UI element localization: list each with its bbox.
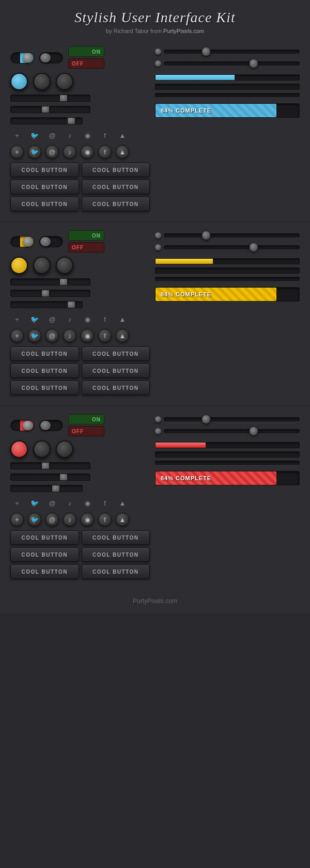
h-slider-3[interactable] xyxy=(10,117,83,124)
cool-button-r3[interactable]: COOL BUTTON xyxy=(10,547,79,562)
social-rss-filled[interactable]: ◉ xyxy=(81,145,94,159)
social-twitter-outline[interactable]: 🐦 xyxy=(28,129,41,142)
social-fb-outline[interactable]: f xyxy=(98,129,112,142)
social-arrow-outline[interactable]: ▲ xyxy=(116,129,129,142)
toggle-switch-red-on[interactable] xyxy=(10,420,34,431)
social-fb-filled[interactable]: f xyxy=(98,145,112,159)
toggle-switch-blue-on[interactable] xyxy=(10,52,34,64)
on-button-yellow[interactable]: ON xyxy=(68,230,104,241)
round-toggle-yellow-active[interactable] xyxy=(10,257,28,274)
r-slider-track-r2[interactable] xyxy=(164,429,300,433)
h-slider-r3[interactable] xyxy=(10,485,83,492)
h-slider-y2[interactable] xyxy=(10,290,90,297)
cool-button-r5[interactable]: COOL BUTTON xyxy=(10,564,79,579)
round-toggle-off-r2[interactable] xyxy=(56,440,73,458)
r-slider-track-y2[interactable] xyxy=(164,245,300,249)
round-toggle-off-2[interactable] xyxy=(56,73,73,90)
cool-button-r6[interactable]: COOL BUTTON xyxy=(82,564,150,579)
social-plus-outline-y[interactable]: + xyxy=(10,312,24,326)
round-toggle-off-r1[interactable] xyxy=(33,440,51,458)
h-slider-r1[interactable] xyxy=(10,462,90,469)
social-rss-filled-r[interactable]: ◉ xyxy=(81,513,94,526)
social-at-outline[interactable]: @ xyxy=(45,129,59,142)
social-plus-filled[interactable]: + xyxy=(10,145,24,159)
social-arrow-filled[interactable]: ▲ xyxy=(116,145,129,159)
r-slider-track-2[interactable] xyxy=(164,61,300,66)
social-music-outline[interactable]: ♪ xyxy=(63,129,76,142)
social-twitter-filled-y[interactable]: 🐦 xyxy=(28,329,41,342)
h-slider-1[interactable] xyxy=(10,94,90,102)
round-toggle-red-active[interactable] xyxy=(10,440,28,458)
off-button-red[interactable]: OFF xyxy=(68,426,104,436)
social-rss-outline-r[interactable]: ◉ xyxy=(81,496,94,510)
social-music-filled-y[interactable]: ♪ xyxy=(63,329,76,342)
cool-button-y6[interactable]: COOL BUTTON xyxy=(82,381,150,395)
h-slider-r2[interactable] xyxy=(10,474,90,481)
slim-bar-2-yellow xyxy=(155,267,300,274)
social-arrow-outline-y[interactable]: ▲ xyxy=(116,312,129,326)
cool-button-y5[interactable]: COOL BUTTON xyxy=(10,381,79,395)
on-button-red[interactable]: ON xyxy=(68,414,104,424)
social-rss-outline[interactable]: ◉ xyxy=(81,129,94,142)
social-twitter-filled-r[interactable]: 🐦 xyxy=(28,513,41,526)
social-fb-outline-y[interactable]: f xyxy=(98,312,112,326)
round-toggle-blue-active[interactable] xyxy=(10,73,28,90)
cool-button-1[interactable]: COOL BUTTON xyxy=(10,163,79,177)
off-button[interactable]: OFF xyxy=(68,58,104,69)
social-arrow-filled-r[interactable]: ▲ xyxy=(116,513,129,526)
on-button[interactable]: ON xyxy=(68,46,104,57)
social-music-outline-r[interactable]: ♪ xyxy=(63,496,76,510)
toggle-switch-yellow-on[interactable] xyxy=(10,236,34,247)
off-button-yellow[interactable]: OFF xyxy=(68,242,104,252)
round-toggle-off-y2[interactable] xyxy=(56,257,73,274)
social-arrow-outline-r[interactable]: ▲ xyxy=(116,496,129,510)
h-slider-knob-1 xyxy=(60,94,67,102)
social-fb-outline-r[interactable]: f xyxy=(98,496,112,510)
social-at-filled-r[interactable]: @ xyxy=(45,513,59,526)
toggle-switch-off-yellow[interactable] xyxy=(39,236,63,247)
r-slider-track-y1[interactable] xyxy=(164,233,300,238)
social-rss-outline-y[interactable]: ◉ xyxy=(81,312,94,326)
cool-button-r1[interactable]: COOL BUTTON xyxy=(10,530,79,545)
cool-button-y2[interactable]: COOL BUTTON xyxy=(82,346,150,361)
social-at-filled[interactable]: @ xyxy=(45,145,59,159)
cool-button-2[interactable]: COOL BUTTON xyxy=(82,163,150,177)
social-plus-filled-r[interactable]: + xyxy=(10,513,24,526)
social-twitter-outline-r[interactable]: 🐦 xyxy=(28,496,41,510)
social-plus-filled-y[interactable]: + xyxy=(10,329,24,342)
social-twitter-filled[interactable]: 🐦 xyxy=(28,145,41,159)
cool-button-y1[interactable]: COOL BUTTON xyxy=(10,346,79,361)
toggle-switch-off-1[interactable] xyxy=(39,52,63,64)
round-toggle-off-1[interactable] xyxy=(33,73,51,90)
r-dot-y2 xyxy=(155,244,161,250)
h-slider-y1[interactable] xyxy=(10,278,90,286)
social-plus-outline-r[interactable]: + xyxy=(10,496,24,510)
social-twitter-outline-y[interactable]: 🐦 xyxy=(28,312,41,326)
cool-button-r4[interactable]: COOL BUTTON xyxy=(82,547,150,562)
cool-button-5[interactable]: COOL BUTTON xyxy=(10,197,79,211)
cool-button-4[interactable]: COOL BUTTON xyxy=(82,180,150,194)
social-rss-filled-y[interactable]: ◉ xyxy=(81,329,94,342)
cool-button-3[interactable]: COOL BUTTON xyxy=(10,180,79,194)
social-fb-filled-y[interactable]: f xyxy=(98,329,112,342)
social-fb-filled-r[interactable]: f xyxy=(98,513,112,526)
r-slider-track-1[interactable] xyxy=(164,50,300,54)
cool-button-y3[interactable]: COOL BUTTON xyxy=(10,364,79,378)
h-slider-2[interactable] xyxy=(10,106,90,113)
social-arrow-filled-y[interactable]: ▲ xyxy=(116,329,129,342)
social-music-filled-r[interactable]: ♪ xyxy=(63,513,76,526)
social-at-filled-y[interactable]: @ xyxy=(45,329,59,342)
cool-button-y4[interactable]: COOL BUTTON xyxy=(82,364,150,378)
header-link[interactable]: PurtyPixels.com xyxy=(163,28,204,34)
social-at-outline-y[interactable]: @ xyxy=(45,312,59,326)
round-toggle-off-y1[interactable] xyxy=(33,257,51,274)
social-music-outline-y[interactable]: ♪ xyxy=(63,312,76,326)
cool-button-6[interactable]: COOL BUTTON xyxy=(82,197,150,211)
h-slider-y3[interactable] xyxy=(10,301,83,308)
social-plus-outline[interactable]: + xyxy=(10,129,24,142)
r-slider-track-r1[interactable] xyxy=(164,417,300,421)
social-at-outline-r[interactable]: @ xyxy=(45,496,59,510)
social-music-filled[interactable]: ♪ xyxy=(63,145,76,159)
cool-button-r2[interactable]: COOL BUTTON xyxy=(82,530,150,545)
toggle-switch-off-red[interactable] xyxy=(39,420,63,431)
